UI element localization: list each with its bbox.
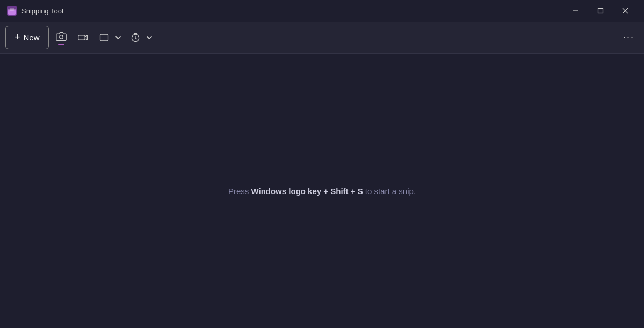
rectangle-icon (99, 32, 110, 43)
hint-text: Press Windows logo key + Shift + S to st… (228, 187, 416, 196)
app-title: Snipping Tool (21, 7, 63, 15)
svg-rect-10 (100, 34, 108, 41)
maximize-button[interactable] (588, 2, 613, 19)
timer-chevron[interactable] (144, 27, 154, 48)
snip-mode-button[interactable] (95, 27, 113, 48)
screenshot-mode-group (52, 27, 70, 48)
video-mode-group (74, 27, 92, 48)
svg-rect-2 (10, 8, 14, 11)
close-button[interactable] (613, 2, 638, 19)
svg-line-13 (135, 38, 137, 39)
new-button[interactable]: + New (5, 26, 49, 49)
window-controls (563, 2, 638, 19)
svg-rect-9 (78, 35, 85, 39)
clock-icon (130, 32, 141, 43)
more-options-button[interactable]: ··· (619, 27, 639, 48)
minimize-button[interactable] (563, 2, 588, 19)
main-content: Press Windows logo key + Shift + S to st… (0, 54, 644, 328)
toolbar: + New (0, 22, 644, 54)
title-bar-left: Snipping Tool (6, 5, 63, 16)
timer-button[interactable] (126, 27, 144, 48)
snip-mode-group (95, 27, 123, 48)
hint-keys: Windows logo key + Shift + S (251, 187, 363, 196)
new-button-label: New (24, 33, 40, 42)
screenshot-button[interactable] (52, 27, 70, 48)
plus-icon: + (15, 32, 20, 43)
camera-indicator-wrap (56, 31, 67, 44)
svg-rect-5 (598, 9, 603, 13)
toolbar-right: ··· (619, 27, 639, 48)
title-bar: Snipping Tool (0, 0, 644, 22)
snip-mode-chevron[interactable] (113, 27, 123, 48)
timer-mode-group (126, 27, 154, 48)
chevron-down-icon-2 (146, 34, 153, 41)
svg-point-8 (59, 35, 63, 39)
chevron-down-icon (115, 34, 121, 41)
video-button[interactable] (74, 27, 92, 48)
video-icon (77, 32, 88, 43)
app-icon (6, 5, 17, 16)
camera-mode-indicator (58, 44, 64, 45)
camera-icon (56, 31, 67, 42)
